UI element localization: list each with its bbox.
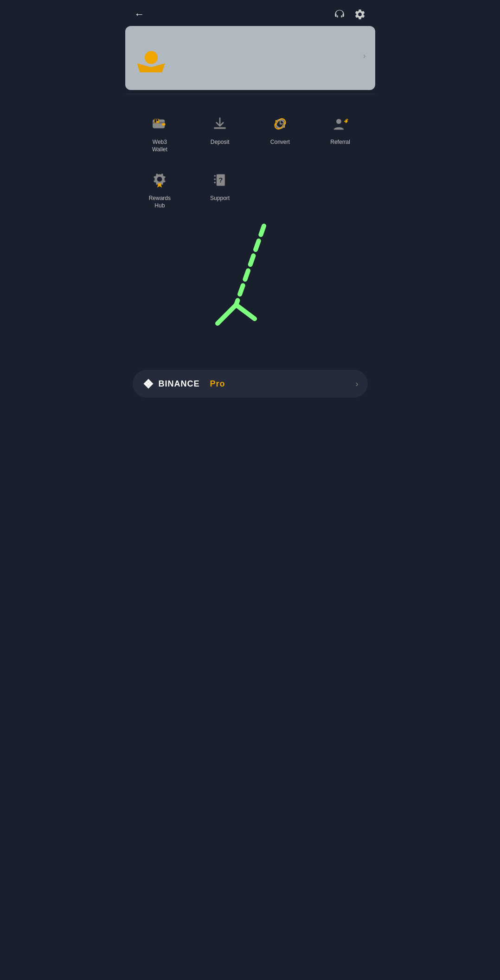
- svg-rect-6: [155, 121, 157, 123]
- svg-point-13: [157, 177, 162, 182]
- menu-item-web3-wallet[interactable]: Web3Wallet: [130, 109, 190, 161]
- menu-item-rewards-hub[interactable]: RewardsHub: [130, 165, 190, 217]
- wallet-icon: [149, 114, 170, 134]
- bottom-banner[interactable]: BINANCE Pro ›: [133, 370, 368, 398]
- svg-rect-7: [157, 122, 158, 122]
- menu-label-rewards-hub: RewardsHub: [149, 195, 171, 209]
- menu-placeholder-1: [250, 165, 310, 217]
- menu-label-web3-wallet: Web3Wallet: [152, 139, 167, 153]
- svg-rect-5: [157, 119, 159, 121]
- svg-point-12: [336, 119, 341, 124]
- menu-placeholder-2: [310, 165, 371, 217]
- svg-rect-8: [214, 127, 226, 129]
- divider-1: [125, 94, 375, 94]
- svg-point-17: [214, 182, 216, 184]
- profile-chevron[interactable]: ›: [363, 51, 366, 61]
- svg-text:?: ?: [219, 177, 223, 184]
- menu-label-deposit: Deposit: [211, 139, 230, 146]
- header-right: [333, 8, 366, 20]
- support-icon: ?: [210, 170, 230, 190]
- menu-grid-row2: RewardsHub ? Support: [125, 165, 375, 221]
- binance-brand-name: BINANCE: [159, 379, 200, 389]
- menu-item-deposit[interactable]: Deposit: [190, 109, 250, 161]
- annotation-area: [125, 221, 375, 370]
- svg-rect-14: [158, 183, 161, 186]
- header: ←: [125, 0, 375, 26]
- banner-chevron-icon: ›: [356, 379, 359, 389]
- menu-item-convert[interactable]: Convert: [250, 109, 310, 161]
- menu-item-referral[interactable]: Referral: [310, 109, 371, 161]
- menu-item-support[interactable]: ? Support: [190, 165, 250, 217]
- green-arrow-annotation: [204, 221, 296, 351]
- svg-rect-4: [155, 119, 157, 121]
- binance-logo-icon: [142, 377, 155, 390]
- header-left: ←: [135, 8, 145, 20]
- svg-point-15: [214, 175, 216, 177]
- deposit-icon: [210, 114, 230, 134]
- menu-grid-row1: Web3Wallet Deposit: [125, 98, 375, 165]
- referral-icon: [330, 114, 351, 134]
- rewards-icon: [149, 170, 170, 190]
- avatar: [135, 39, 168, 72]
- profile-section: ›: [125, 26, 375, 90]
- svg-point-16: [214, 179, 216, 181]
- svg-line-20: [236, 226, 264, 305]
- gear-icon[interactable]: [354, 8, 366, 20]
- binance-logo-area: BINANCE Pro: [142, 377, 225, 390]
- menu-label-support: Support: [210, 195, 230, 202]
- binance-tier: Pro: [210, 379, 225, 389]
- menu-label-convert: Convert: [270, 139, 290, 146]
- menu-label-referral: Referral: [330, 139, 350, 146]
- back-button[interactable]: ←: [135, 8, 145, 20]
- convert-icon: [270, 114, 290, 134]
- svg-rect-2: [162, 123, 166, 125]
- headset-icon[interactable]: [333, 8, 346, 20]
